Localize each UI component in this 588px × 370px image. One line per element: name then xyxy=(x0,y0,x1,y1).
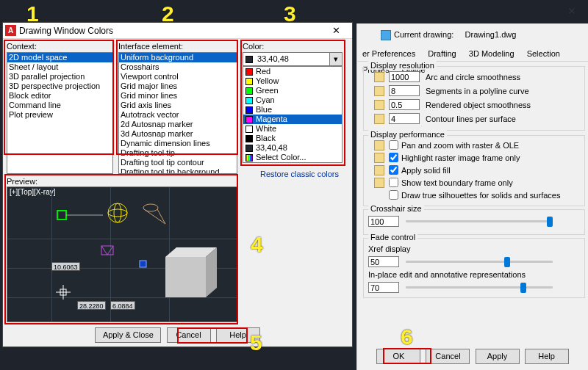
color-swatch-icon xyxy=(245,145,253,152)
color-option-label: Green xyxy=(256,86,279,95)
chk-silhouettes-label: Draw true silhouettes for solids and sur… xyxy=(401,189,560,201)
chk-solid-fill[interactable] xyxy=(389,165,398,175)
rendered-smoothness-input[interactable] xyxy=(389,99,420,110)
color-option[interactable]: 33,40,48 xyxy=(243,143,342,153)
tab-3dmodeling[interactable]: 3D Modeling xyxy=(464,46,520,62)
group-fade: Fade control Xref display In-place edit … xyxy=(363,238,585,298)
inplace-input[interactable] xyxy=(368,282,399,293)
color-option-label: Cyan xyxy=(256,95,275,104)
color-swatch-icon xyxy=(245,97,253,104)
svg-rect-8 xyxy=(101,246,113,255)
crosshair-slider[interactable] xyxy=(406,220,553,222)
inplace-slider[interactable] xyxy=(406,286,553,289)
interface-element-item[interactable]: Grid axis lines xyxy=(119,101,237,110)
color-dropdown[interactable]: 33,40,48 ▾ xyxy=(243,52,343,66)
chk-silhouettes[interactable] xyxy=(389,190,398,200)
color-option-label: White xyxy=(256,124,276,133)
chk-solid-fill-label: Apply solid fill xyxy=(401,164,451,176)
interface-element-item[interactable]: Grid minor lines xyxy=(119,91,237,101)
color-option[interactable]: Cyan xyxy=(243,95,342,105)
perf-icon xyxy=(374,140,384,150)
color-option[interactable]: White xyxy=(243,124,342,134)
contour-lines-label: Contour lines per surface xyxy=(426,113,516,126)
color-option-label: Red xyxy=(256,67,270,76)
svg-point-3 xyxy=(108,209,127,217)
interface-element-item[interactable]: 2d Autosnap marker xyxy=(119,120,237,129)
color-option[interactable]: Blue xyxy=(243,105,342,115)
options-cancel-button[interactable]: Cancel xyxy=(426,349,470,364)
context-item[interactable]: Plot preview xyxy=(7,110,112,120)
restore-classic-colors-link[interactable]: Restore classic colors xyxy=(260,170,339,178)
options-close-icon[interactable]: ✕ xyxy=(557,1,587,21)
xref-display-slider[interactable] xyxy=(406,261,553,263)
preview-viewport: [+][Top][X-ray] xyxy=(7,186,237,322)
dwc-buttons: Apply & Close Cancel Help xyxy=(3,327,352,343)
group-title-crosshair: Crosshair size xyxy=(368,204,424,213)
chk-text-boundary-label: Show text boundary frame only xyxy=(401,177,513,189)
options-help-button[interactable]: Help xyxy=(525,349,569,364)
interface-element-item[interactable]: Crosshairs xyxy=(119,62,237,72)
svg-point-4 xyxy=(114,203,121,222)
current-drawing-label: Current drawing: xyxy=(394,30,453,39)
polyline-segments-input[interactable] xyxy=(389,85,420,96)
xref-display-input[interactable] xyxy=(368,256,399,267)
interface-element-item[interactable]: Grid major lines xyxy=(119,81,237,91)
interface-element-item[interactable]: Uniform background xyxy=(119,53,237,62)
interface-element-item[interactable]: Viewport control xyxy=(119,72,237,81)
interface-element-listbox[interactable]: Uniform backgroundCrosshairsViewport con… xyxy=(118,52,237,174)
tab-drafting[interactable]: Drafting xyxy=(423,46,462,62)
color-option-label: Magenta xyxy=(256,115,287,123)
context-item[interactable]: 3D parallel projection xyxy=(7,72,112,81)
dwc-cancel-button[interactable]: Cancel xyxy=(167,327,211,343)
interface-element-item[interactable]: Drafting tool tip background xyxy=(119,167,237,174)
group-title-resolution: Display resolution xyxy=(368,61,437,70)
options-apply-button[interactable]: Apply xyxy=(476,349,520,364)
context-item[interactable]: Block editor xyxy=(7,91,112,101)
color-dropdown-list[interactable]: RedYellowGreenCyanBlueMagentaWhiteBlack3… xyxy=(243,66,343,163)
interface-element-item[interactable]: Drafting tool tip contour xyxy=(119,158,237,167)
color-option[interactable]: Red xyxy=(243,67,342,76)
interface-element-item[interactable]: Autotrack vector xyxy=(119,110,237,120)
color-option[interactable]: Magenta xyxy=(243,115,342,124)
arc-smoothness-input[interactable] xyxy=(389,71,420,82)
ok-button[interactable]: OK xyxy=(376,349,420,364)
color-swatch-icon xyxy=(245,116,253,123)
chk-highlight-raster[interactable] xyxy=(389,153,398,162)
context-label: Context: xyxy=(7,42,37,51)
apply-close-button[interactable]: Apply & Close xyxy=(95,327,161,343)
context-listbox[interactable]: 2D model spaceSheet / layout3D parallel … xyxy=(7,52,113,174)
color-option[interactable]: Green xyxy=(243,86,342,95)
options-buttons: OK Cancel Apply Help xyxy=(357,349,588,364)
color-option-label: Blue xyxy=(256,105,272,114)
res-icon xyxy=(374,86,384,96)
tab-userpref[interactable]: er Preferences xyxy=(357,46,420,62)
res-icon xyxy=(374,72,384,82)
context-item[interactable]: 2D model space xyxy=(7,53,112,62)
options-tabs: er Preferences Drafting 3D Modeling Sele… xyxy=(357,46,588,62)
context-item[interactable]: 3D perspective projection xyxy=(7,81,112,91)
color-option[interactable]: Select Color... xyxy=(243,153,342,162)
chk-text-boundary[interactable] xyxy=(389,178,398,187)
perf-icon xyxy=(374,153,384,163)
options-panel: ✕ Current drawing: Drawing1.dwg er Prefe… xyxy=(356,23,588,370)
color-option[interactable]: Yellow xyxy=(243,76,342,86)
crosshair-size-input[interactable] xyxy=(368,216,399,227)
tab-selection[interactable]: Selection xyxy=(522,46,565,62)
context-item[interactable]: Sheet / layout xyxy=(7,62,112,72)
dwc-close-icon[interactable]: ✕ xyxy=(323,23,349,39)
interface-element-item[interactable]: Dynamic dimension lines xyxy=(119,139,237,148)
svg-point-2 xyxy=(108,203,127,222)
contour-lines-input[interactable] xyxy=(389,113,420,124)
arc-smoothness-label: Arc and circle smoothness xyxy=(426,71,520,84)
interface-element-item[interactable]: 3d Autosnap marker xyxy=(119,129,237,139)
rendered-smoothness-label: Rendered object smoothness xyxy=(426,99,531,112)
chk-highlight-raster-label: Highlight raster image frame only xyxy=(401,152,520,164)
interface-element-item[interactable]: Drafting tool tip xyxy=(119,148,237,158)
chk-pan-zoom[interactable] xyxy=(389,140,398,150)
context-item[interactable]: Command line xyxy=(7,101,112,110)
dwc-help-button[interactable]: Help xyxy=(216,327,260,343)
color-option[interactable]: Black xyxy=(243,134,342,143)
svg-line-9 xyxy=(101,246,107,255)
dwc-titlebar: A Drawing Window Colors ✕ xyxy=(3,23,352,39)
group-title-performance: Display performance xyxy=(368,130,447,139)
